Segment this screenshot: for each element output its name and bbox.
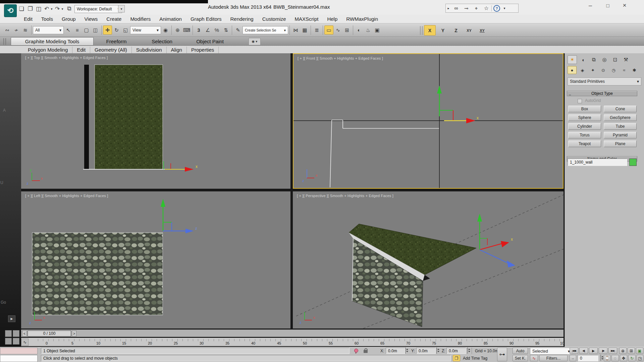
mirror-button[interactable]: ⋈ (291, 25, 300, 35)
x-coord-spinner[interactable] (405, 347, 406, 354)
track-bar[interactable]: ∿ 05101520253035404550556065707580859095… (21, 338, 564, 346)
x-coord-field[interactable]: 0.0m (386, 348, 405, 354)
key-filters-button[interactable]: Filters... (539, 355, 568, 361)
menu-group[interactable]: Group (57, 16, 80, 22)
menu-maxscript[interactable]: MAXScript (290, 16, 323, 22)
adaptive-degradation-toggle[interactable]: ⌚ (604, 355, 610, 361)
viewport-top[interactable]: x x y z [ + ][ Top ][ Smooth + Highlight… (21, 53, 290, 189)
restrict-xy-flyout-button[interactable]: XY (476, 25, 488, 36)
menu-views[interactable]: Views (80, 16, 102, 22)
zoom-extents-button[interactable]: ▣ (636, 348, 643, 354)
key-filter-dropdown[interactable]: Selected▾ (530, 348, 572, 355)
material-editor-button[interactable]: ◐ (355, 25, 364, 35)
spinner-snap-button[interactable]: ⇅ (221, 25, 230, 35)
restrict-z-button[interactable]: Z (450, 25, 462, 36)
save-file-button[interactable]: ◫ (35, 5, 43, 13)
tab-hierarchy[interactable]: ⧉ (589, 55, 598, 64)
maxscript-mini-listener-input[interactable] (0, 355, 38, 362)
menu-modifiers[interactable]: Modifiers (126, 16, 155, 22)
tab-create[interactable]: ✶ (568, 55, 577, 64)
edit-named-selection-sets-button[interactable]: ✎ (233, 25, 243, 35)
previous-frame-button[interactable]: ◀|| (579, 348, 588, 354)
select-by-name-button[interactable]: ≡ (73, 25, 82, 35)
panel-align[interactable]: Align (167, 47, 187, 53)
infocenter-expand-button[interactable]: ▸ (446, 6, 451, 10)
restrict-xy-button[interactable]: XY (463, 25, 475, 36)
select-object-button[interactable]: ↖ (64, 25, 73, 35)
tab-motion[interactable]: ◎ (600, 55, 609, 64)
ribbon-tab-graphite[interactable]: Graphite Modeling Tools (11, 37, 94, 46)
bind-to-space-warp-button[interactable]: ≋ (21, 25, 30, 35)
create-cone-button[interactable]: Cone (604, 106, 637, 112)
category-helpers[interactable]: ◷ (609, 66, 618, 74)
create-tube-button[interactable]: Tube (604, 123, 637, 130)
toolbar-grip[interactable] (420, 26, 423, 35)
menu-create[interactable]: Create (102, 16, 126, 22)
panel-polygon-modeling[interactable]: Polygon Modeling (23, 47, 72, 53)
ribbon-tab-freeform[interactable]: Freeform (94, 37, 139, 46)
select-and-manipulate-button[interactable]: ⊕ (173, 25, 182, 35)
viewport-perspective-label[interactable]: [ + ][ Perspective ][ Smooth + Highlight… (297, 194, 393, 198)
named-selection-sets-dropdown[interactable]: Create Selection Se▾ (243, 26, 288, 34)
undo-flyout[interactable]: ▾ (50, 6, 54, 11)
viewport-left-label[interactable]: [ + ][ Left ][ Smooth + Highlights + Edg… (25, 194, 108, 198)
viewport-perspective[interactable]: x x z [ + ][ Perspective ][ Smooth + Hig… (293, 191, 564, 328)
maximize-viewport-toggle[interactable]: ◳ (637, 355, 643, 361)
curve-editor-button[interactable]: ∿ (333, 25, 342, 35)
3dsmax-logo-button[interactable]: ⟲ (4, 4, 17, 17)
rectangular-selection-region-button[interactable]: ▢ (82, 25, 91, 35)
play-button[interactable]: ▶ (589, 348, 598, 354)
workspace-flyout-button[interactable]: ▾ (118, 5, 125, 12)
menu-edit[interactable]: Edit (19, 16, 37, 22)
category-geometry[interactable]: ● (568, 66, 577, 74)
go-to-end-button[interactable]: ▶▶| (608, 348, 617, 354)
menu-graph-editors[interactable]: Graph Editors (186, 16, 226, 22)
time-slider-prev-button[interactable]: < (22, 330, 27, 337)
go-to-start-button[interactable]: |◀◀ (570, 348, 578, 354)
redo-button[interactable]: ↷ (54, 5, 61, 13)
restrict-y-button[interactable]: Y (437, 25, 449, 36)
ribbon-grip[interactable] (3, 38, 6, 45)
graphite-ribbon-toggle-button[interactable]: ▭ (324, 25, 333, 35)
create-pyramid-button[interactable]: Pyramid (604, 132, 637, 138)
primitive-category-dropdown[interactable]: Standard Primitives ▾ (568, 77, 641, 85)
default-tangent-button[interactable]: ∿ (530, 355, 538, 361)
schematic-view-button[interactable]: ⊞ (342, 25, 352, 35)
create-box-button[interactable]: Box (568, 106, 601, 112)
new-file-button[interactable]: ❏ (17, 5, 25, 13)
frame-spinner[interactable] (600, 355, 601, 361)
align-button[interactable]: ▦ (300, 25, 309, 35)
redo-flyout[interactable]: ▾ (60, 6, 64, 11)
create-plane-button[interactable]: Plane (604, 140, 637, 147)
key-mode-toggle-button[interactable]: ↔ (570, 355, 576, 361)
z-coord-spinner[interactable] (467, 347, 468, 354)
ribbon-tab-object-paint[interactable]: Object Paint (185, 37, 235, 46)
render-setup-button[interactable]: ♨ (364, 25, 373, 35)
viewport-front-label[interactable]: [ + ][ Front ][ Smooth + Highlights + Ed… (298, 56, 383, 60)
zoom-all-button[interactable]: ⊞ (628, 348, 635, 354)
object-name-field[interactable]: 1_1000_wall (568, 159, 627, 166)
viewport-top-label[interactable]: [ + ][ Top ][ Smooth + Highlights + Edge… (25, 56, 108, 60)
toggle-set-key-button[interactable]: ⊶ (497, 348, 507, 361)
add-time-tag[interactable]: Add Time Tag (463, 356, 487, 361)
object-color-swatch[interactable] (629, 159, 637, 166)
y-coord-field[interactable]: 0.0m (416, 348, 436, 354)
category-systems[interactable]: ✱ (630, 66, 639, 74)
select-and-scale-button[interactable]: ◱ (121, 25, 130, 35)
restrict-x-button[interactable]: X (424, 25, 436, 36)
y-coord-spinner[interactable] (436, 347, 437, 354)
panel-properties[interactable]: Properties (187, 47, 219, 53)
reference-coordinate-dropdown[interactable]: View▾ (130, 26, 161, 34)
sign-in-button[interactable]: ⊸ (461, 5, 471, 11)
workspace-dropdown[interactable]: Workspace: Default ▾ (74, 5, 122, 13)
help-button[interactable]: ? (492, 5, 502, 12)
pan-view-button[interactable]: ✥ (620, 355, 627, 361)
menu-rendering[interactable]: Rendering (226, 16, 258, 22)
open-file-button[interactable]: ❐ (26, 5, 34, 13)
viewport-layout-tabs[interactable] (5, 330, 19, 345)
menu-customize[interactable]: Customize (258, 16, 290, 22)
menu-help[interactable]: Help (323, 16, 342, 22)
set-key-button[interactable]: Set K. (513, 355, 528, 361)
zoom-region-button[interactable]: ◌ (611, 355, 619, 361)
time-slider-next-button[interactable]: > (72, 330, 76, 337)
